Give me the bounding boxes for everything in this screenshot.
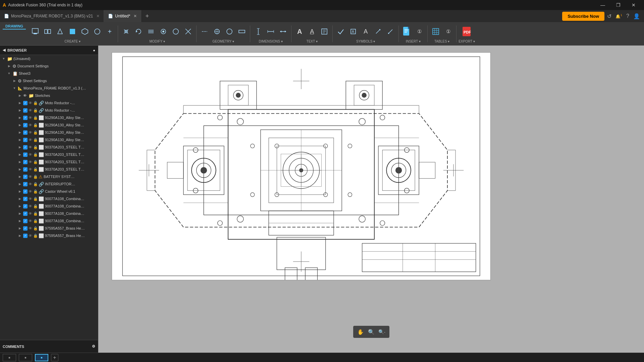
eye-icon[interactable]: 👁 <box>29 160 32 164</box>
symbols-btn-5[interactable] <box>384 24 396 39</box>
dimensions-btn-2[interactable] <box>265 24 277 39</box>
expand-icon[interactable]: ▶ <box>17 204 22 208</box>
tree-doc-settings[interactable]: ▶ ⚙ Document Settings <box>0 62 98 70</box>
browser-options-icon[interactable]: ● <box>93 48 95 52</box>
text-btn-2[interactable]: A <box>306 24 318 39</box>
symbols-btn-1[interactable] <box>335 24 347 39</box>
tree-item[interactable]: ▶ ✓ 👁 🔒 🔗 Castor Wheel v6:1 <box>0 188 98 195</box>
eye-icon[interactable]: 👁 <box>29 175 32 179</box>
add-sheet-button[interactable]: + <box>51 354 58 361</box>
expand-icon[interactable]: ▶ <box>17 167 22 172</box>
eye-icon[interactable]: 👁 <box>29 234 32 238</box>
eye-icon[interactable]: 👁 <box>29 138 32 142</box>
eye-icon[interactable]: 👁 <box>29 189 32 193</box>
zoom-in-btn[interactable]: 🔍 <box>367 327 376 337</box>
tables-btn-1[interactable] <box>430 24 442 39</box>
tree-item[interactable]: ▶ ✓ 👁 🔒 ⬜ 91290A130_Alloy Ste… <box>0 114 98 121</box>
eye-icon[interactable]: 👁 <box>29 197 32 201</box>
expand-icon[interactable]: ▶ <box>17 174 22 179</box>
text-btn-1[interactable]: A <box>293 24 306 39</box>
eye-icon[interactable]: 👁 <box>29 145 32 149</box>
modify-btn-2[interactable] <box>132 24 145 39</box>
tree-monopieza[interactable]: ▼ 📐 MonoPieza_FRAME ROBOT_v1.3 (… <box>0 84 98 92</box>
eye-icon[interactable]: 👁 <box>29 204 32 208</box>
tree-item[interactable]: ▶ ✓ 👁 🔒 ⬜ 90370A203_STEEL T… <box>0 143 98 151</box>
feedback-icon[interactable]: ↺ <box>607 13 611 19</box>
new-tab-button[interactable]: + <box>141 10 153 22</box>
symbols-btn-2[interactable]: A <box>347 24 359 39</box>
visibility-check[interactable]: ✓ <box>23 197 28 201</box>
expand-icon-4[interactable]: ▶ <box>12 78 17 83</box>
expand-icon-2[interactable]: ▶ <box>7 64 11 68</box>
expand-icon[interactable]: ▶ <box>17 182 22 186</box>
dimensions-btn-3[interactable] <box>277 24 289 39</box>
create-btn-4[interactable] <box>66 24 78 39</box>
tree-item[interactable]: ▶ ✓ 👁 🔒 ⬜ 90077A108_Combina… <box>0 202 98 210</box>
tree-unsaved[interactable]: ▼ 📁 (Unsaved) <box>0 55 98 62</box>
modify-btn-1[interactable] <box>120 24 132 39</box>
expand-icon[interactable]: ▶ <box>17 108 22 113</box>
restore-button[interactable]: ❐ <box>610 0 626 10</box>
profile-icon[interactable]: 👤 <box>633 13 640 19</box>
expand-icon[interactable]: ▶ <box>17 115 22 120</box>
tree-item[interactable]: ▶ ✓ 👁 🔒 ⬜ 97595A557_Brass He… <box>0 225 98 232</box>
eye-icon[interactable]: 👁 <box>29 108 32 112</box>
expand-icon-6[interactable]: ▶ <box>17 93 22 98</box>
tree-item[interactable]: ▶ ✓ 👁 🔒 ⬜ 90370A203_STEEL T… <box>0 158 98 166</box>
tree-item[interactable]: ▶ ✓ 👁 🔒 ⬜ 90370A203_STEEL T… <box>0 166 98 173</box>
notifications-count[interactable]: 🔔1 <box>615 13 622 19</box>
browser-back-icon[interactable]: ◀ <box>3 48 5 52</box>
visibility-check[interactable]: ✓ <box>23 108 28 113</box>
eye-icon[interactable]: 👁 <box>29 101 32 105</box>
modify-btn-5[interactable] <box>170 24 182 39</box>
tree-item[interactable]: ▶ ✓ 👁 🔒 ⬜ 90077A108_Combina… <box>0 195 98 202</box>
tab-close-1[interactable]: ✕ <box>96 14 100 18</box>
eye-icon[interactable]: 👁 <box>29 226 32 230</box>
help-icon[interactable]: ? <box>626 13 629 19</box>
drawing-tab-label[interactable]: DRAWING <box>3 23 26 29</box>
geometry-btn-2[interactable] <box>211 24 223 39</box>
sheet-thumb-2[interactable]: ■ <box>19 354 32 361</box>
tree-item[interactable]: ▶ ✓ 👁 🔒 🔗 Moto Reductor -… <box>0 107 98 114</box>
tree-item[interactable]: ▶ ✓ 👁 🔒 ⬜ 91290A130_Alloy Ste… <box>0 136 98 143</box>
expand-icon[interactable]: ▶ <box>17 226 22 231</box>
expand-icon[interactable]: ▶ <box>17 219 22 223</box>
symbols-btn-3[interactable]: A <box>360 24 372 39</box>
dimensions-btn-1[interactable] <box>252 24 264 39</box>
tree-item[interactable]: ▶ ✓ 👁 🔒 🔗 Moto Reductor -… <box>0 99 98 107</box>
eye-icon[interactable]: 👁 <box>29 167 32 171</box>
tab-monopieza[interactable]: 📄 MonoPieza_FRAME ROBOT_v1.3 (BMS) v21 ✕ <box>0 10 104 22</box>
expand-icon[interactable]: ▶ <box>17 123 22 127</box>
create-btn-5[interactable] <box>79 24 91 39</box>
symbols-btn-4[interactable] <box>372 24 384 39</box>
export-pdf-btn[interactable]: PDF <box>461 24 473 39</box>
create-btn-2[interactable] <box>42 24 54 39</box>
tree-item[interactable]: ▶ ✓ 👁 🔒 🔗 INTERRUPTOR… <box>0 180 98 188</box>
modify-btn-6[interactable] <box>182 24 194 39</box>
expand-icon[interactable]: ▶ <box>17 211 22 216</box>
visibility-check[interactable]: ✓ <box>23 153 28 157</box>
sheet-thumb-1[interactable]: ■ <box>3 354 16 361</box>
eye-icon[interactable]: 👁 <box>29 116 32 120</box>
create-btn-3[interactable] <box>54 24 66 39</box>
geometry-btn-1[interactable] <box>199 24 211 39</box>
tree-sketches[interactable]: ▶ 👁 📁 Sketches <box>0 92 98 99</box>
close-button[interactable]: ✕ <box>626 0 641 10</box>
subscribe-button[interactable]: Subscribe Now <box>562 12 604 21</box>
tree-item[interactable]: ▶ ✓ 👁 🔒 ⬜ 90077A108_Combina… <box>0 217 98 225</box>
expand-icon[interactable]: ▶ <box>17 137 22 142</box>
visibility-check[interactable]: ✓ <box>23 212 28 216</box>
pan-tool-btn[interactable]: ✋ <box>356 327 365 337</box>
tab-close-2[interactable]: ✕ <box>133 14 137 18</box>
expand-icon[interactable]: ▶ <box>17 196 22 201</box>
visibility-check[interactable]: ✓ <box>23 175 28 179</box>
eye-icon[interactable]: 👁 <box>29 219 32 223</box>
visibility-check[interactable]: ✓ <box>23 167 28 172</box>
modify-btn-3[interactable] <box>145 24 157 39</box>
tree-item[interactable]: ▶ ✓ 👁 🔒 ⬜ 90370A203_STEEL T… <box>0 151 98 158</box>
eye-icon[interactable]: 👁 <box>29 130 32 134</box>
expand-icon[interactable]: ▶ <box>17 233 22 238</box>
visibility-check[interactable]: ✓ <box>23 130 28 135</box>
eye-icon[interactable]: 👁 <box>29 153 32 157</box>
tree-item[interactable]: ▶ ✓ 👁 🔒 ⬜ 91290A130_Alloy Ste… <box>0 129 98 136</box>
